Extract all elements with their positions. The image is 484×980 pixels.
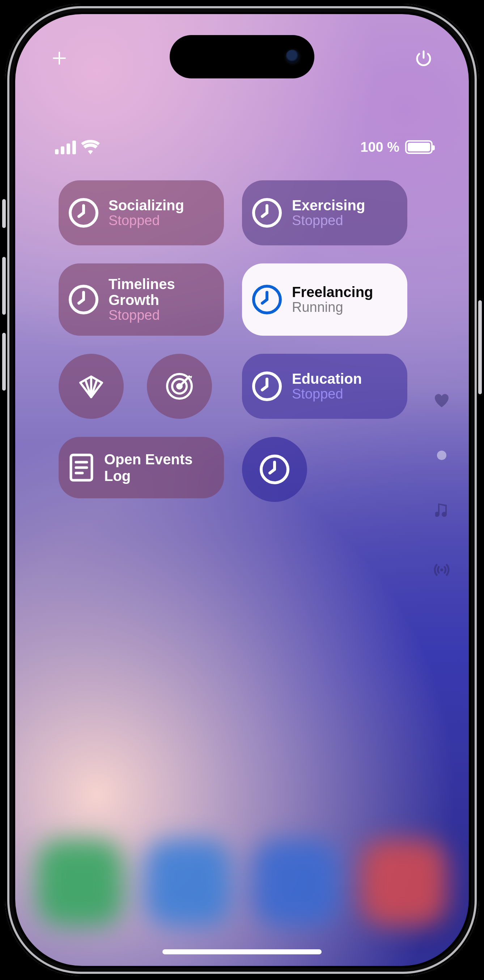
side-button-volume-up bbox=[2, 257, 6, 315]
home-indicator[interactable] bbox=[163, 949, 321, 955]
clock-icon bbox=[68, 284, 99, 315]
tile-timelines-growth[interactable]: Timelines Growth Stopped bbox=[59, 263, 224, 336]
target-icon bbox=[163, 370, 196, 402]
side-button-volume-down bbox=[2, 333, 6, 391]
tile-status: Stopped bbox=[109, 213, 184, 228]
tile-title: Socializing bbox=[109, 197, 184, 213]
power-icon bbox=[415, 49, 433, 67]
tile-title: Open Events Log bbox=[104, 451, 213, 484]
tile-exercising[interactable]: Exercising Stopped bbox=[242, 180, 407, 245]
screen: 100 % Socializing Stopped Exercising Sto… bbox=[15, 14, 469, 966]
wifi-icon bbox=[81, 140, 100, 154]
tile-title: Timelines Growth bbox=[109, 276, 213, 308]
clock-icon bbox=[68, 197, 99, 228]
clock-icon bbox=[259, 454, 290, 485]
page-indicators[interactable] bbox=[433, 393, 450, 577]
dock bbox=[15, 825, 469, 940]
tile-title: Freelancing bbox=[292, 284, 373, 300]
shortcut-button-1[interactable] bbox=[59, 354, 124, 419]
shortcut-button-2[interactable] bbox=[147, 354, 212, 419]
heart-icon bbox=[434, 393, 449, 407]
fan-icon bbox=[75, 370, 107, 402]
music-note-icon bbox=[435, 503, 448, 519]
clock-icon bbox=[251, 371, 283, 402]
tile-status: Stopped bbox=[109, 308, 213, 323]
power-button[interactable] bbox=[415, 49, 433, 67]
battery-icon bbox=[405, 140, 433, 154]
tile-status: Stopped bbox=[292, 213, 365, 228]
tile-title: Exercising bbox=[292, 197, 365, 213]
tile-title: Education bbox=[292, 371, 362, 387]
tile-events-log[interactable]: Open Events Log bbox=[59, 437, 224, 498]
cellular-signal-icon bbox=[55, 140, 76, 154]
clock-icon bbox=[251, 284, 283, 315]
side-button-power bbox=[478, 300, 482, 394]
svg-point-10 bbox=[440, 568, 443, 571]
page-dot-active bbox=[437, 450, 446, 460]
phone-frame: 100 % Socializing Stopped Exercising Sto… bbox=[5, 4, 479, 976]
tile-freelancing[interactable]: Freelancing Running bbox=[242, 263, 407, 336]
add-control-button[interactable] bbox=[51, 50, 67, 66]
tile-status: Running bbox=[292, 300, 373, 315]
side-button-silent bbox=[2, 199, 6, 228]
status-bar: 100 % bbox=[55, 138, 433, 156]
broadcast-icon bbox=[433, 563, 450, 577]
timer-button[interactable] bbox=[242, 437, 307, 502]
list-icon bbox=[68, 452, 95, 483]
controls-grid: Socializing Stopped Exercising Stopped T… bbox=[59, 180, 407, 502]
tile-socializing[interactable]: Socializing Stopped bbox=[59, 180, 224, 245]
tile-status: Stopped bbox=[292, 387, 362, 402]
tile-education[interactable]: Education Stopped bbox=[242, 354, 407, 419]
clock-icon bbox=[251, 197, 283, 228]
plus-icon bbox=[51, 50, 67, 66]
battery-percentage: 100 % bbox=[360, 140, 399, 155]
